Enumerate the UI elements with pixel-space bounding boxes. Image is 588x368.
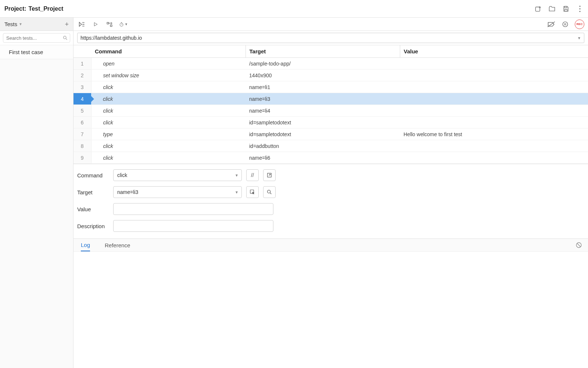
open-new-window-button[interactable] (263, 169, 276, 181)
row-number: 1 (74, 58, 91, 70)
run-all-button[interactable] (77, 20, 86, 29)
row-target: id=sampletodotext (245, 128, 400, 140)
editor-command-value: click (117, 172, 127, 178)
select-element-button[interactable] (246, 186, 259, 198)
row-number: 2 (74, 70, 91, 81)
row-command: click (91, 140, 245, 152)
row-value (400, 117, 588, 128)
editor-command-label: Command (77, 172, 109, 178)
row-target: id=sampletodotext (245, 117, 400, 128)
row-target: 1440x900 (245, 70, 400, 81)
command-row[interactable]: 5clickname=li4 (74, 105, 588, 117)
col-command-header: Command (91, 45, 245, 58)
row-target: name=li3 (245, 93, 400, 105)
editor-target-label: Target (77, 189, 109, 195)
speed-control[interactable]: ▼ (119, 20, 128, 29)
log-tabs: Log Reference (74, 238, 588, 252)
tab-log[interactable]: Log (81, 239, 90, 251)
row-value: Hello welcome to first test (400, 128, 588, 140)
chevron-down-icon: ▼ (19, 22, 22, 26)
row-command: click (91, 117, 245, 128)
pause-on-exception-icon[interactable] (561, 20, 570, 29)
row-number: 3 (74, 81, 91, 93)
row-value (400, 140, 588, 152)
row-command: click (91, 81, 245, 93)
editor-desc-label: Description (77, 223, 109, 229)
row-value (400, 58, 588, 70)
editor-command-select[interactable]: click ▼ (113, 169, 242, 181)
app-header: Project: Test_Project (0, 0, 588, 18)
tests-dropdown[interactable]: Tests ▼ (4, 21, 22, 27)
slash-label: // (251, 172, 254, 178)
test-item[interactable]: First test case (0, 45, 73, 59)
test-toolbar: ▼ REC (74, 18, 588, 31)
chevron-down-icon: ▼ (235, 190, 239, 194)
command-row[interactable]: 1open/sample-todo-app/ (74, 58, 588, 70)
command-row[interactable]: 9clickname=li6 (74, 152, 588, 164)
editor-target-value: name=li3 (117, 189, 138, 195)
editor-value-label: Value (77, 206, 109, 212)
row-number: 9 (74, 152, 91, 164)
svg-point-5 (579, 11, 580, 12)
row-target: /sample-todo-app/ (245, 58, 400, 70)
save-icon[interactable] (562, 5, 570, 13)
command-row[interactable]: 7typeid=sampletodotextHello welcome to f… (74, 128, 588, 140)
chevron-down-icon: ▼ (235, 173, 239, 177)
more-menu-icon[interactable] (576, 5, 584, 13)
row-number: 6 (74, 117, 91, 128)
svg-rect-1 (565, 6, 567, 8)
record-button[interactable]: REC (575, 20, 584, 29)
base-url-text: https://lambdatest.github.io (80, 35, 142, 41)
new-project-icon[interactable] (534, 5, 542, 13)
row-value (400, 105, 588, 117)
col-target-header: Target (245, 45, 400, 58)
editor-description-input[interactable] (117, 223, 269, 229)
row-number: 8 (74, 140, 91, 152)
chevron-down-icon: ▼ (125, 22, 128, 26)
row-command: set window size (91, 70, 245, 81)
svg-point-3 (579, 6, 580, 7)
svg-rect-7 (107, 22, 109, 24)
chevron-down-icon: ▼ (577, 36, 581, 40)
search-tests-input[interactable] (3, 33, 70, 43)
svg-rect-8 (110, 25, 112, 26)
row-target: name=li6 (245, 152, 400, 164)
add-test-button[interactable]: + (65, 21, 69, 28)
command-table: Command Target Value 1open/sample-todo-a… (74, 45, 588, 164)
editor-value-input[interactable] (117, 206, 269, 212)
disable-breakpoints-icon[interactable] (547, 20, 556, 29)
command-editor: Command click ▼ // Target name=li3 (74, 164, 588, 238)
command-row[interactable]: 4clickname=li3 (74, 93, 588, 105)
command-row[interactable]: 3clickname=li1 (74, 81, 588, 93)
project-label: Project: (4, 6, 26, 12)
row-number: 5 (74, 105, 91, 117)
log-area (74, 252, 588, 368)
toggle-comment-button[interactable]: // (246, 169, 259, 181)
row-command: click (91, 152, 245, 164)
base-url-input[interactable]: https://lambdatest.github.io ▼ (77, 33, 584, 43)
project-name: Test_Project (29, 6, 64, 12)
svg-point-13 (268, 190, 270, 193)
row-target: name=li4 (245, 105, 400, 117)
row-command: click (91, 105, 245, 117)
find-element-button[interactable] (263, 186, 276, 198)
svg-point-10 (563, 22, 568, 27)
row-target: name=li1 (245, 81, 400, 93)
tab-reference[interactable]: Reference (105, 240, 130, 251)
row-command: type (91, 128, 245, 140)
row-command: click (91, 93, 245, 105)
command-row[interactable]: 6clickid=sampletodotext (74, 117, 588, 128)
command-row[interactable]: 2set window size1440x900 (74, 70, 588, 81)
play-button[interactable] (91, 20, 100, 29)
svg-rect-2 (565, 9, 567, 11)
editor-target-select[interactable]: name=li3 ▼ (113, 186, 242, 198)
clear-log-icon[interactable] (576, 242, 582, 248)
svg-rect-0 (535, 7, 540, 11)
command-row[interactable]: 8clickid=addbutton (74, 140, 588, 152)
open-folder-icon[interactable] (548, 5, 556, 13)
step-over-button[interactable] (105, 20, 114, 29)
record-label: REC (577, 22, 583, 26)
row-value (400, 81, 588, 93)
svg-point-4 (579, 8, 580, 9)
row-value (400, 93, 588, 105)
